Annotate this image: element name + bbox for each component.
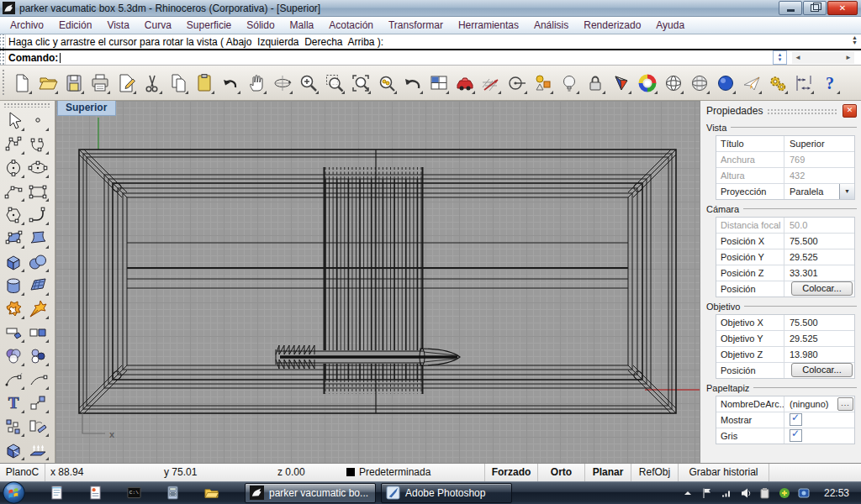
statusbar-toggle-forzado[interactable]: Forzado [484,464,537,481]
toolbar-grip[interactable] [2,69,6,96]
menu-anlisis[interactable]: Análisis [526,17,576,34]
browse-ellipsis-button[interactable]: ... [837,397,853,411]
move-tool-icon[interactable] [27,392,49,414]
properties-header[interactable]: Propiedades ✕ [706,104,857,118]
help-icon[interactable]: ? [818,71,841,95]
viewport-superior[interactable]: Superior [55,101,700,463]
explode-tool-icon[interactable] [27,298,49,320]
notepad-icon[interactable] [50,486,64,500]
menu-malla[interactable]: Malla [283,17,322,34]
property-value[interactable]: 75.500 [790,318,818,328]
messenger-icon[interactable] [798,487,810,499]
rotate-view-icon[interactable] [271,71,293,95]
wireframe-display-icon[interactable] [662,71,684,95]
command-input-row[interactable]: Comando: ▲▼ ◄► [0,50,861,66]
curve-handle-tool-icon[interactable] [3,369,24,391]
explorer-icon[interactable] [204,486,219,500]
circle-tool-icon[interactable] [3,157,24,179]
extend-tool-icon[interactable] [27,369,49,391]
task-button-photoshop[interactable]: Adobe Photoshop [381,483,512,503]
command-prompt-icon[interactable]: C:\ [127,486,141,500]
cylinder-tool-icon[interactable] [3,275,24,297]
checkbox-mostrar[interactable]: ✓ [790,413,802,426]
fillet-tool-icon[interactable] [27,204,49,226]
menu-acotacin[interactable]: Acotación [321,17,381,34]
undo-view-icon[interactable] [401,71,424,95]
viewport-layout-icon[interactable] [427,71,450,95]
menu-archivo[interactable]: Archivo [3,17,51,34]
command-history-grip[interactable] [0,34,6,49]
statusbar-toggle-orto[interactable]: Orto [537,464,584,481]
new-file-icon[interactable] [10,71,33,95]
minimize-button[interactable] [779,1,802,15]
statusbar-toggle-grabarhistorial[interactable]: Grabar historial [678,464,769,481]
menu-vista[interactable]: Vista [99,17,136,34]
menu-ayuda[interactable]: Ayuda [648,17,692,34]
command-input-grip[interactable] [0,50,6,65]
zoom-in-icon[interactable] [297,71,320,95]
bend-surface-tool-icon[interactable] [27,228,49,249]
paste-icon[interactable] [193,71,215,95]
zoom-extents-icon[interactable] [349,71,372,95]
lock-icon[interactable] [584,71,606,95]
expand-chevron-icon[interactable] [682,487,694,499]
volume-icon[interactable] [740,487,752,499]
menu-edicin[interactable]: Edición [51,17,99,34]
property-value[interactable]: (ninguno) [790,399,828,409]
flag-icon[interactable] [701,487,713,499]
text-tool-icon[interactable]: T [3,392,24,414]
zoom-selected-icon[interactable] [375,71,398,95]
antivirus-icon[interactable] [779,487,790,499]
titlebar[interactable]: parker vacumatic box 5.3dm - Rhinoceros … [0,0,861,17]
car-icon[interactable] [453,71,476,95]
wireframe-drawing[interactable]: x [55,101,700,463]
ghosted-display-icon[interactable] [688,71,710,95]
render-wheel-icon[interactable] [636,71,658,95]
statusbar-toggle-refobj[interactable]: RefObj [631,464,678,481]
property-value[interactable]: 75.500 [790,236,818,246]
menu-curva[interactable]: Curva [137,17,179,34]
dimension-icon[interactable] [792,71,815,95]
property-value[interactable]: 13.980 [790,349,818,360]
surface-tool-icon[interactable] [3,228,24,249]
scroll-right-icon[interactable]: ► [845,54,852,61]
property-value[interactable]: Superior [790,139,825,149]
light-icon[interactable] [557,71,580,95]
scatter-tool-icon[interactable] [3,416,24,438]
ellipse-tool-icon[interactable] [27,157,49,179]
scroll-left-icon[interactable]: ◄ [795,54,801,61]
property-value[interactable]: Paralela [790,186,823,197]
menu-superficie[interactable]: Superficie [179,17,239,34]
viewport-title[interactable]: Superior [57,101,116,116]
sidebar-grip[interactable] [3,102,50,108]
dropdown-arrow-icon[interactable]: ▼ [839,184,854,199]
menu-transformar[interactable]: Transformar [381,17,451,34]
network-signal-icon[interactable] [721,487,732,499]
colocar-button[interactable]: Colocar... [791,363,853,377]
solid-tool-icon[interactable] [3,439,24,461]
undo-icon[interactable] [219,71,241,95]
arc-tool-icon[interactable] [3,181,24,202]
osnap-icon[interactable] [505,71,528,95]
restore-button[interactable] [803,1,827,15]
render-preview-icon[interactable] [740,71,763,95]
cplane-icon[interactable] [479,71,502,95]
task-button-rhino[interactable]: parker vacumatic bo... [245,483,376,503]
property-value[interactable]: 29.525 [790,252,818,262]
pan-view-icon[interactable] [245,71,267,95]
layer-pane[interactable]: Predeterminada [340,464,484,481]
venn-tool-icon[interactable] [3,345,24,367]
statusbar-toggle-planar[interactable]: Planar [584,464,631,481]
copy-icon[interactable] [166,71,189,95]
trim-tool-icon[interactable] [3,322,24,344]
menu-renderizado[interactable]: Renderizado [576,17,648,34]
selection-filter-icon[interactable] [531,71,554,95]
extrude-tool-icon[interactable] [27,439,49,461]
wordpad-icon[interactable] [88,486,103,500]
cplane-pane[interactable]: PlanoC [0,464,45,481]
mesh-surface-tool-icon[interactable] [27,275,49,297]
start-button[interactable] [3,481,25,504]
select-tool-icon[interactable] [3,110,24,132]
checkbox-gris[interactable]: ✓ [790,429,802,442]
command-spinner[interactable]: ▲▼ [773,50,787,65]
